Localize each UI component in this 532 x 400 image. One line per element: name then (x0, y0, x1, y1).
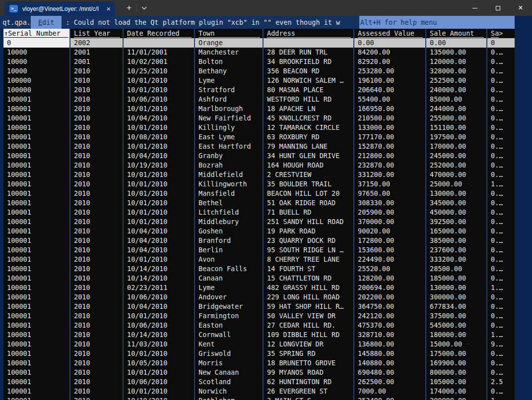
cell[interactable]: 2001 (70, 57, 123, 66)
cell[interactable]: 0.… (487, 161, 515, 170)
cell[interactable]: 105000.00 (426, 377, 486, 387)
cell[interactable]: 2010 (70, 161, 123, 170)
cell[interactable]: 0.… (487, 142, 515, 151)
cell[interactable]: 356 BEACON RD (264, 66, 353, 76)
cell[interactable]: 15 CHATTLETON RD (264, 274, 353, 283)
cell[interactable]: 02/23/2011 (124, 283, 194, 292)
cell[interactable]: 100001 (3, 292, 69, 302)
cell[interactable]: 136800.00 (354, 340, 425, 349)
table-row[interactable]: 100001201010/01/2010MansfieldBEACON HILL… (0, 189, 532, 198)
cell[interactable]: 0.… (487, 95, 515, 104)
table-row[interactable]: 100001201010/04/2010Goshen19 PARK ROAD90… (0, 227, 532, 236)
cell[interactable]: 169900.00 (426, 358, 486, 368)
column-header-address[interactable]: Address (264, 29, 353, 38)
table-row[interactable]: 100001201010/01/2010Middlebury251 SANDY … (0, 217, 532, 227)
cell[interactable]: 10/08/2010 (124, 132, 194, 142)
cell[interactable]: 10/14/2010 (124, 330, 194, 340)
cell[interactable]: 10/19/2010 (124, 396, 194, 400)
cell[interactable]: 7000.00 (354, 387, 425, 396)
cell[interactable]: Bethany (195, 66, 263, 76)
column-header-date-recorded[interactable]: Date Recorded (124, 29, 194, 38)
cell[interactable]: 328710.00 (354, 330, 425, 340)
cell[interactable]: 109 DIBBLE HILL RD (264, 330, 353, 340)
cell[interactable]: 10/01/2010 (124, 217, 194, 227)
cell[interactable]: 172800.00 (354, 236, 425, 245)
cell[interactable]: 10/04/2010 (124, 236, 194, 245)
cell[interactable]: 135000.00 (426, 48, 486, 57)
cell[interactable]: 2010 (70, 368, 123, 377)
cell[interactable]: 375000.00 (426, 311, 486, 321)
cell[interactable]: 100001 (3, 264, 69, 274)
cell[interactable]: 10/01/2010 (124, 85, 194, 95)
cell[interactable]: 237600.00 (426, 245, 486, 255)
cell[interactable]: Litchfield (195, 208, 263, 217)
cell[interactable]: 392500.00 (426, 217, 486, 227)
cell[interactable]: 166950.00 (354, 104, 425, 114)
cell[interactable]: Scotland (195, 377, 263, 387)
table-row[interactable]: 100001201010/01/2010Norwich26 EVERGREEN … (0, 387, 532, 396)
cell[interactable]: 99 MYANOS ROAD (264, 368, 353, 377)
cell[interactable]: 10/01/2010 (124, 104, 194, 114)
cell[interactable]: 0.… (487, 302, 515, 311)
cell[interactable]: 0.… (487, 66, 515, 76)
cell[interactable]: Granby (195, 151, 263, 161)
cell[interactable]: 45 KNOLLCREST RD (264, 114, 353, 123)
cell[interactable]: 100001 (3, 321, 69, 330)
cell[interactable]: 2.5 (487, 377, 515, 387)
cell[interactable]: 470000.00 (426, 170, 486, 179)
cell[interactable]: 100001 (3, 368, 69, 377)
cell[interactable]: 28 DEER RUN TRL (264, 48, 353, 57)
table-row[interactable]: 100001201010/08/2010East Lyme63 ROXBURY … (0, 132, 532, 142)
cell[interactable]: 331200.00 (354, 170, 425, 179)
cell[interactable]: 100001 (3, 123, 69, 132)
cell[interactable]: 2010 (70, 95, 123, 104)
terminal-tab[interactable]: >_ vloyer@VineetLoyer: /mnt/c/I × (4, 1, 115, 16)
table-row[interactable]: 100001201010/05/2010Morris18 BRUNETTO GR… (0, 358, 532, 368)
cell[interactable]: 1.… (487, 283, 515, 292)
cell[interactable]: 10/14/2010 (124, 264, 194, 274)
cell[interactable]: 100001 (3, 340, 69, 349)
cell[interactable]: 196100.00 (354, 76, 425, 85)
cell[interactable]: 10/04/2010 (124, 245, 194, 255)
cell[interactable]: 18 APACHE LN (264, 104, 353, 114)
cell[interactable]: 100000 (3, 85, 69, 95)
table-row[interactable]: 100000201010/01/2010Lyme126 NORWICH SALE… (0, 76, 532, 85)
cell[interactable]: 100001 (3, 104, 69, 114)
tab-dropdown-button[interactable] (136, 4, 151, 12)
cell[interactable]: 2010 (70, 179, 123, 189)
cell[interactable]: 2010 (70, 274, 123, 283)
cell[interactable]: 2010 (70, 151, 123, 161)
cell[interactable]: 210500.00 (354, 114, 425, 123)
cell[interactable]: 63 ROXBURY RD (264, 132, 353, 142)
cell[interactable]: 100001 (3, 274, 69, 283)
cell[interactable]: 100001 (3, 302, 69, 311)
cell[interactable]: 100000 (3, 76, 69, 85)
cell[interactable]: 10/01/2010 (124, 368, 194, 377)
cell[interactable]: Easton (195, 321, 263, 330)
table-row[interactable]: 100001201010/01/2010Killingly12 TAMARACK… (0, 123, 532, 132)
cell[interactable]: 100001 (3, 283, 69, 292)
cell[interactable]: 10/01/2010 (124, 255, 194, 264)
cell[interactable]: 100001 (3, 95, 69, 104)
cell[interactable]: 677834.00 (426, 302, 486, 311)
cell[interactable]: 100001 (3, 387, 69, 396)
cell[interactable]: 120000.00 (426, 57, 486, 66)
cell[interactable]: 0.… (487, 217, 515, 227)
cell[interactable]: Orange (195, 38, 263, 48)
table-row[interactable]: 100001201010/04/2010Granby34 HUNT GLEN D… (0, 151, 532, 161)
cell[interactable]: 0.… (487, 349, 515, 358)
cell[interactable]: Killingly (195, 123, 263, 132)
cell[interactable]: 0.… (487, 245, 515, 255)
cell[interactable]: 2010 (70, 387, 123, 396)
cell[interactable]: Killingworth (195, 179, 263, 189)
cell[interactable]: 35 SPRING RD (264, 349, 353, 358)
cell[interactable]: 100001 (3, 330, 69, 340)
cell[interactable]: 10/02/2001 (124, 57, 194, 66)
cell[interactable]: 62 HUNTINGTON RD (264, 377, 353, 387)
column-header-list-year[interactable]: List Year (70, 29, 123, 38)
cell[interactable]: Bethel (195, 198, 263, 208)
cell[interactable]: 100001 (3, 198, 69, 208)
cell[interactable]: 10/06/2010 (124, 321, 194, 330)
minimize-button[interactable] (464, 0, 486, 16)
cell[interactable]: 2010 (70, 330, 123, 340)
